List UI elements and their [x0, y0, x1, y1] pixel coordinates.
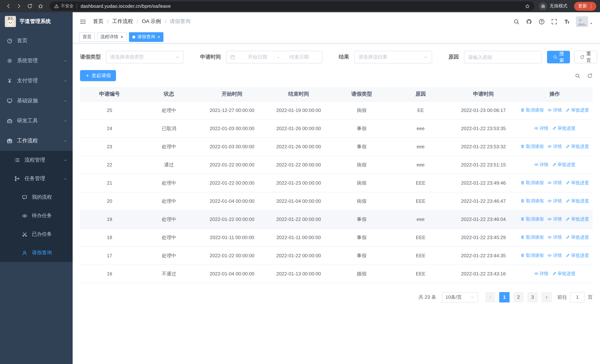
action-label: 取消请假 [526, 198, 544, 204]
logo: 芋道管理系统 [0, 12, 73, 31]
update-button[interactable]: 更新 ⋮ [574, 2, 596, 10]
action-progress-link[interactable]: 审批进度 [565, 143, 589, 150]
sidebar-item-workflow[interactable]: 工作流程 [0, 131, 73, 151]
tab-active-dot [132, 35, 135, 38]
action-detail-link[interactable]: 详情 [547, 216, 562, 222]
toggle-search-icon[interactable] [575, 73, 580, 78]
action-cancel-link[interactable]: 取消请假 [520, 252, 544, 259]
tab-close-icon[interactable]: × [157, 35, 160, 39]
action-progress-link[interactable]: 审批进度 [552, 271, 575, 277]
page-3-button[interactable]: 3 [527, 292, 538, 302]
user-menu[interactable] [576, 16, 593, 27]
action-detail-link[interactable]: 详情 [534, 125, 548, 131]
sidebar-collapse-icon[interactable] [79, 18, 86, 25]
goto-page-input[interactable] [570, 292, 585, 302]
action-cancel-link[interactable]: 取消请假 [520, 216, 544, 222]
page-2-button[interactable]: 2 [513, 292, 524, 302]
search-button[interactable]: 搜索 [547, 51, 570, 63]
action-detail-link[interactable]: 详情 [547, 252, 562, 259]
cell-apply_time: 2022-01-22 23:46:47 [450, 192, 517, 210]
sidebar-item-infrastructure[interactable]: 基础设施 [0, 91, 73, 111]
action-cancel-link[interactable]: 取消请假 [520, 143, 544, 150]
action-progress-link[interactable]: 审批进度 [565, 252, 589, 259]
action-progress-link[interactable]: 审批进度 [565, 180, 589, 186]
table-row: 20处理中2022-01-04 00:00:002022-01-04 00:00… [80, 192, 593, 210]
cell-apply_time: 2022-01-22 23:53:35 [450, 119, 517, 138]
sidebar-item-task-management[interactable]: 任务管理 [0, 169, 73, 188]
action-detail-link[interactable]: 详情 [547, 143, 562, 150]
action-cancel-link[interactable]: 取消请假 [520, 198, 544, 204]
tab-close-icon[interactable]: × [121, 35, 123, 39]
screen: 不安全 dashboard.yudao.iocoder.cn/bpm/oa/le… [0, 0, 600, 364]
reset-button[interactable]: 重置 [574, 51, 597, 63]
fontsize-icon[interactable] [564, 18, 570, 25]
toolbox-icon [7, 118, 13, 124]
action-cancel-link[interactable]: 取消请假 [520, 234, 544, 241]
sidebar-item-todo-tasks[interactable]: 待办任务 [0, 206, 73, 225]
action-progress-link[interactable]: 审批进度 [565, 107, 589, 113]
create-leave-button[interactable]: 发起请假 [80, 70, 116, 81]
reason-input[interactable] [464, 51, 542, 63]
table-tool-icons [568, 73, 593, 78]
action-progress-link[interactable]: 审批进度 [552, 125, 575, 131]
action-detail-link[interactable]: 详情 [547, 198, 562, 204]
cell-id: 22 [80, 156, 139, 174]
action-cancel-link[interactable]: 取消请假 [520, 180, 544, 186]
apply-time-range-picker[interactable]: 开始日期 - 结束日期 [226, 51, 322, 63]
forward-button[interactable] [14, 2, 23, 10]
sidebar-item-system-management[interactable]: 系统管理 [0, 51, 73, 71]
sidebar-item-my-process[interactable]: 我的流程 [0, 188, 73, 206]
trash-icon [520, 253, 525, 258]
refresh-table-icon[interactable] [587, 73, 593, 78]
eye-icon [534, 126, 538, 131]
next-page-button[interactable] [542, 292, 552, 302]
sidebar-item-home[interactable]: 首页 [0, 31, 73, 51]
back-button[interactable] [4, 2, 13, 10]
help-icon[interactable] [538, 18, 545, 25]
cell-reason: EEE [391, 246, 450, 265]
action-detail-link[interactable]: 详情 [547, 107, 562, 113]
tab-leave-query[interactable]: 请假查询× [129, 32, 163, 42]
breadcrumb-item[interactable]: 首页 [93, 18, 103, 25]
page-size-select[interactable]: 10条/页 [442, 292, 478, 302]
edit-icon [565, 181, 570, 185]
page-1-button[interactable]: 1 [499, 292, 510, 302]
action-detail-link[interactable]: 详情 [547, 180, 562, 186]
action-progress-link[interactable]: 审批进度 [565, 234, 589, 241]
sidebar-item-label: 研发工具 [17, 118, 63, 124]
action-label: 详情 [553, 234, 562, 241]
leave-type-select[interactable]: 请选择请假类型 [106, 51, 184, 63]
action-detail-link[interactable]: 详情 [534, 271, 548, 277]
action-progress-link[interactable]: 审批进度 [552, 162, 575, 168]
tab-home[interactable]: 首页 [79, 32, 95, 42]
action-detail-link[interactable]: 详情 [534, 162, 548, 168]
browser-menu-kebab-icon: ⋮ [589, 3, 594, 9]
search-icon[interactable] [513, 18, 520, 25]
github-icon[interactable] [526, 18, 532, 25]
tab-process-detail[interactable]: 流程详情× [97, 32, 127, 42]
result-select[interactable]: 请选择流结果 [354, 51, 432, 63]
sidebar-item-payment-management[interactable]: 支付管理 [0, 71, 73, 91]
breadcrumb-item[interactable]: OA 示例 [142, 18, 161, 25]
sidebar-item-label: 我的流程 [32, 194, 67, 201]
url-text: dashboard.yudao.iocoder.cn/bpm/oa/leave [81, 3, 525, 9]
cell-start: 2022-01-22 00:00:00 [199, 174, 265, 192]
leave-type-label: 请假类型 [80, 54, 101, 60]
sidebar-item-leave-query[interactable]: 请假查询 [0, 243, 73, 262]
address-bar[interactable]: 不安全 dashboard.yudao.iocoder.cn/bpm/oa/le… [50, 1, 534, 11]
action-progress-link[interactable]: 审批进度 [565, 216, 589, 222]
prev-page-button[interactable] [485, 292, 496, 302]
table-row: 19处理中2022-01-22 00:00:002022-01-22 00:00… [80, 210, 593, 228]
sidebar-item-dev-tools[interactable]: 研发工具 [0, 111, 73, 131]
bookmark-star-icon[interactable] [525, 3, 530, 9]
action-progress-link[interactable]: 审批进度 [565, 198, 589, 204]
home-button[interactable] [36, 2, 45, 10]
fullscreen-icon[interactable] [551, 18, 557, 25]
reload-button[interactable] [25, 2, 34, 10]
action-detail-link[interactable]: 详情 [547, 234, 562, 241]
sidebar-item-done-tasks[interactable]: 已办任务 [0, 225, 73, 243]
breadcrumb-item[interactable]: 工作流程 [112, 18, 133, 25]
cell-end: 2022-01-13 00:00:00 [265, 265, 332, 283]
sidebar-item-process-management[interactable]: 流程管理 [0, 151, 73, 169]
action-cancel-link[interactable]: 取消请假 [520, 107, 544, 113]
